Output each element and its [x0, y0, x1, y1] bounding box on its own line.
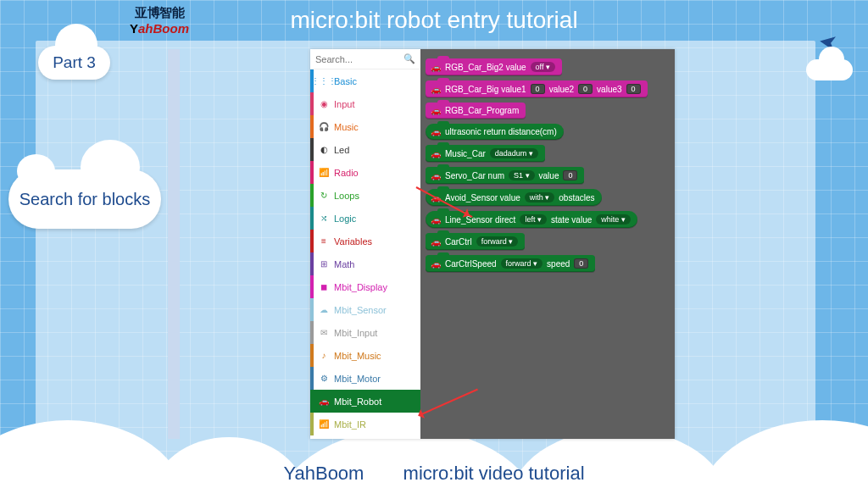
code-block[interactable]: 🚗Servo_Car numS1 ▾value0 [426, 167, 584, 184]
block-text: value [539, 171, 559, 180]
category-led[interactable]: ◐Led [310, 138, 420, 161]
code-block[interactable]: 🚗RGB_Car_Program [426, 103, 526, 119]
category-label: Basic [334, 76, 357, 86]
code-block[interactable]: 🚗Avoid_Sensor valuewith ▾obstacles [426, 189, 602, 206]
simulator-edge [168, 49, 180, 439]
category-variables[interactable]: ≡Variables [310, 230, 420, 252]
category-music[interactable]: 🎧Music [310, 115, 420, 138]
block-dropdown[interactable]: dadadum ▾ [490, 148, 538, 158]
code-block[interactable]: 🚗CarCtrlSpeedforward ▾speed0 [426, 255, 595, 272]
code-block[interactable]: 🚗Music_Cardadadum ▾ [426, 145, 545, 162]
category-label: Mbit_Motor [334, 374, 381, 384]
category-label: Mbit_Input [334, 328, 377, 338]
category-label: Mbit_Sensor [334, 305, 387, 315]
code-block[interactable]: 🚗RGB_Car_Big value10value20value30 [426, 80, 648, 97]
footer: YahBoom micro:bit video tutorial [0, 463, 868, 485]
car-icon: 🚗 [431, 106, 441, 115]
block-text: obstacles [559, 193, 594, 202]
category-label: Mbit_Music [334, 351, 381, 361]
block-text: CarCtrl [445, 237, 472, 247]
code-block[interactable]: 🚗ultrasonic return distance(cm) [426, 124, 564, 140]
category-mbit_ir[interactable]: 📶Mbit_IR [310, 413, 420, 435]
category-label: Mbit_IR [334, 419, 366, 430]
block-text: RGB_Car_Big2 value [445, 63, 526, 72]
category-radio[interactable]: 📶Radio [310, 161, 420, 184]
category-label: Led [334, 145, 349, 155]
footer-brand: YahBoom [283, 463, 364, 484]
category-icon: ☁ [319, 305, 329, 314]
category-label: Music [334, 122, 359, 132]
category-icon: ↻ [319, 191, 329, 200]
block-dropdown[interactable]: S1 ▾ [509, 170, 535, 180]
category-mbit_robot[interactable]: 🚗Mbit_Robot [310, 390, 420, 413]
category-icon: 🚗 [319, 396, 329, 406]
car-icon: 🚗 [431, 85, 441, 94]
block-value-slot[interactable]: 0 [574, 258, 588, 269]
block-value-slot[interactable]: 0 [626, 84, 641, 94]
part-label: Part 3 [53, 53, 96, 72]
block-text: value2 [549, 85, 574, 94]
category-input[interactable]: ◉Input [310, 92, 420, 115]
car-icon: 🚗 [431, 259, 441, 269]
category-math[interactable]: ⊞Math [310, 252, 420, 275]
category-mbit_display[interactable]: ◼Mbit_Display [310, 275, 420, 298]
code-block[interactable]: 🚗Line_Sensor directleft ▾state valuewhit… [426, 211, 637, 228]
caption-cloud: Search for blocks [8, 169, 161, 229]
category-logic[interactable]: ⤭Logic [310, 207, 420, 230]
category-icon: ◐ [319, 145, 329, 154]
code-block[interactable]: 🚗RGB_Car_Big2 valueoff ▾ [426, 58, 562, 75]
logo-cn: 亚博智能 [117, 5, 202, 21]
block-text: CarCtrlSpeed [445, 259, 497, 269]
block-text: Line_Sensor direct [445, 215, 515, 225]
category-icon: 🎧 [319, 122, 329, 131]
category-icon: ≡ [319, 236, 329, 246]
search-input[interactable] [315, 54, 392, 64]
car-icon: 🚗 [431, 237, 441, 247]
block-text: ultrasonic return distance(cm) [445, 127, 557, 136]
footer-tagline: micro:bit video tutorial [403, 463, 585, 484]
category-label: Radio [334, 168, 359, 178]
part-badge: Part 3 [38, 46, 110, 80]
car-icon: 🚗 [431, 215, 441, 225]
category-mbit_input[interactable]: ✉Mbit_Input [310, 321, 420, 344]
category-label: Logic [334, 214, 356, 224]
category-icon: ✉ [319, 328, 329, 337]
block-value-slot[interactable]: 0 [578, 84, 593, 94]
block-canvas[interactable]: 🚗RGB_Car_Big2 valueoff ▾🚗RGB_Car_Big val… [420, 49, 675, 439]
block-dropdown[interactable]: forward ▾ [501, 258, 543, 269]
category-icon: ⚙ [319, 374, 329, 383]
block-value-slot[interactable]: 0 [563, 170, 577, 180]
category-basic[interactable]: ⋮⋮⋮Basic [310, 69, 420, 92]
cloud-icon [806, 59, 853, 80]
car-icon: 🚗 [431, 149, 441, 158]
category-icon: ⋮⋮⋮ [319, 76, 329, 86]
code-block[interactable]: 🚗CarCtrlforward ▾ [426, 233, 525, 250]
category-icon: ⤭ [319, 214, 329, 223]
category-mbit_sensor[interactable]: ☁Mbit_Sensor [310, 298, 420, 321]
brand-logo: 亚博智能 YahBoom [117, 5, 202, 36]
block-dropdown[interactable]: forward ▾ [476, 236, 519, 247]
category-mbit_music[interactable]: ♪Mbit_Music [310, 344, 420, 367]
category-label: Mbit_Robot [334, 396, 381, 407]
category-icon: ◉ [319, 99, 329, 108]
block-dropdown[interactable]: with ▾ [525, 192, 555, 202]
block-text: state value [551, 215, 592, 225]
category-icon: ◼ [319, 282, 329, 291]
category-label: Math [334, 259, 354, 269]
block-text: value3 [597, 85, 621, 94]
category-loops[interactable]: ↻Loops [310, 184, 420, 207]
block-dropdown[interactable]: left ▾ [520, 214, 547, 225]
car-icon: 🚗 [431, 63, 441, 72]
category-label: Mbit_Display [334, 282, 387, 292]
category-icon: ⊞ [319, 259, 329, 269]
block-value-slot[interactable]: 0 [531, 84, 545, 94]
block-dropdown[interactable]: white ▾ [596, 214, 631, 225]
block-text: RGB_Car_Big value1 [445, 85, 526, 94]
category-mbit_motor[interactable]: ⚙Mbit_Motor [310, 367, 420, 390]
search-icon[interactable]: 🔍 [403, 53, 415, 64]
search-box[interactable]: 🔍 [310, 49, 420, 69]
category-label: Loops [334, 191, 359, 201]
block-dropdown[interactable]: off ▾ [531, 62, 555, 72]
block-text: Servo_Car num [445, 171, 504, 180]
category-sidebar: 🔍 ⋮⋮⋮Basic◉Input🎧Music◐Led📶Radio↻Loops⤭L… [310, 49, 420, 439]
